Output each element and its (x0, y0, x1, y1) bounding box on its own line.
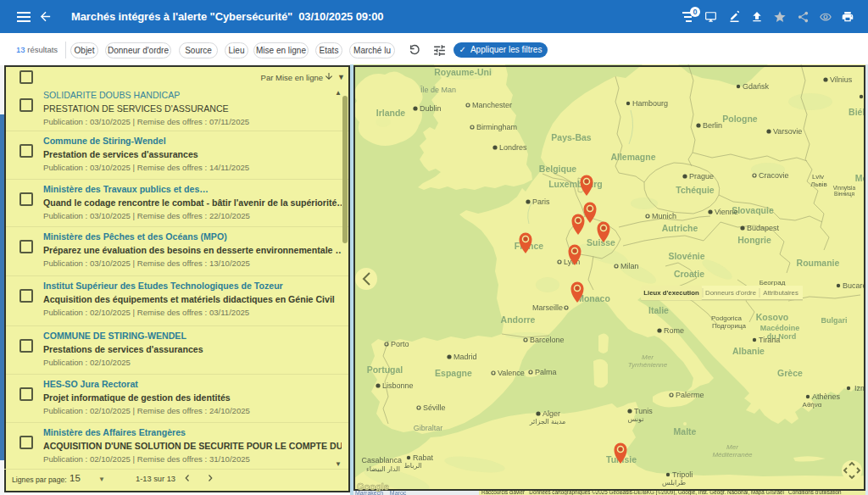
svg-text:طرابلس: طرابلس (662, 479, 686, 487)
svg-text:Slovénie: Slovénie (668, 251, 704, 261)
svg-text:Milan: Milan (620, 262, 639, 270)
svg-text:Grèce: Grèce (777, 368, 803, 378)
svg-text:Подгорица: Подгорица (712, 322, 746, 330)
svg-text:Athènes: Athènes (812, 392, 841, 401)
svg-text:Méditerranée: Méditerranée (712, 451, 753, 459)
svg-text:Alger: Alger (542, 409, 560, 418)
svg-text:Londres: Londres (499, 143, 527, 152)
svg-text:Gdańsk: Gdańsk (743, 82, 770, 91)
svg-text:Bulgari: Bulgari (821, 316, 847, 325)
svg-text:Varsovie: Varsovie (773, 127, 802, 136)
svg-text:Barcelone: Barcelone (530, 336, 565, 344)
svg-text:Mer: Mer (642, 353, 654, 361)
svg-text:Malte: Malte (674, 426, 697, 437)
svg-text:Gibraltar: Gibraltar (414, 424, 443, 432)
svg-text:Rome: Rome (664, 326, 684, 335)
svg-text:Mer: Mer (726, 443, 738, 451)
svg-text:Pologne: Pologne (722, 114, 758, 124)
svg-text:Lieux d'execution: Lieux d'execution (643, 289, 699, 297)
svg-text:Roumanie: Roumanie (797, 258, 840, 268)
svg-text:Tyrrhénienne: Tyrrhénienne (628, 361, 668, 369)
svg-text:Tripoli: Tripoli (672, 470, 693, 479)
svg-text:Espagne: Espagne (435, 368, 472, 378)
svg-text:Italie: Italie (648, 305, 669, 315)
svg-text:Cracovie: Cracovie (759, 171, 789, 180)
svg-text:Hongrie: Hongrie (737, 235, 771, 245)
svg-text:Donneurs d'ordre: Donneurs d'ordre (705, 289, 756, 297)
svg-text:Valence: Valence (498, 369, 525, 377)
svg-text:Luxembourg: Luxembourg (548, 179, 603, 189)
svg-text:Raccourcis clavier Données c: Raccourcis clavier Données cartographiqu… (481, 489, 842, 495)
svg-text:Macédoine: Macédoine (760, 324, 800, 332)
svg-text:0: 0 (693, 8, 697, 16)
svg-text:Lisbonne: Lisbonne (382, 381, 414, 390)
svg-text:Vienne: Vienne (715, 208, 738, 216)
svg-text:Croatie: Croatie (674, 269, 704, 279)
svg-text:Kosovo: Kosovo (756, 312, 789, 322)
svg-text:Portugal: Portugal (367, 364, 403, 375)
svg-text:Львів: Львів (810, 181, 827, 188)
svg-text:Autriche: Autriche (662, 223, 698, 233)
svg-text:Marseille: Marseille (532, 303, 563, 312)
svg-text:Tunis: Tunis (634, 407, 653, 415)
svg-text:Berlin: Berlin (703, 121, 722, 130)
svg-text:Budapest: Budapest (747, 224, 780, 232)
svg-text:Porto: Porto (391, 340, 409, 348)
svg-text:الدار البيضاء: الدار البيضاء (366, 465, 400, 473)
svg-text:Île de Man: Île de Man (420, 86, 456, 94)
svg-text:Munich: Munich (652, 212, 676, 220)
svg-text:Tirana: Tirana (759, 336, 780, 344)
svg-text:Paris: Paris (532, 197, 550, 206)
svg-text:Podgorica: Podgorica (711, 314, 743, 322)
svg-text:Vilnius: Vilnius (830, 75, 853, 84)
svg-text:Andorre: Andorre (501, 314, 536, 325)
svg-text:Albanie: Albanie (732, 346, 765, 356)
svg-text:Rabat: Rabat (413, 453, 434, 462)
svg-text:Lviv: Lviv (812, 173, 824, 181)
svg-text:Вінниця: Вінниця (834, 191, 854, 197)
svg-text:Manchester: Manchester (472, 101, 512, 109)
svg-text:Marrakech Maroc: Marrakech Maroc (355, 490, 407, 495)
svg-text:Palma: Palma (535, 368, 557, 376)
svg-text:Birmingham: Birmingham (476, 123, 517, 131)
svg-text:Royaume-Uni: Royaume-Uni (434, 67, 492, 77)
svg-text:Belgique: Belgique (539, 164, 576, 174)
svg-text:مدينة الجزائر: مدينة الجزائر (529, 418, 566, 425)
svg-text:Αθήνα: Αθήνα (803, 401, 822, 409)
svg-text:Tchéquie: Tchéquie (676, 185, 714, 195)
svg-text:Irlande: Irlande (376, 108, 406, 118)
svg-text:Allemagne: Allemagne (610, 152, 655, 162)
svg-text:Pays-Bas: Pays-Bas (551, 132, 591, 142)
svg-text:الرباط: الرباط (403, 462, 421, 470)
svg-text:Dublin: Dublin (420, 104, 442, 113)
svg-text:Prague: Prague (689, 172, 714, 181)
svg-text:Séville: Séville (423, 403, 446, 412)
svg-text:Casablanca: Casablanca (361, 456, 402, 464)
svg-text:Palerme: Palerme (676, 391, 704, 399)
svg-text:Madrid: Madrid (453, 353, 477, 361)
svg-text:تونس: تونس (628, 415, 644, 423)
svg-text:Attributaires: Attributaires (763, 289, 798, 297)
svg-text:Београд: Београд (760, 279, 786, 286)
svg-text:Hambourg: Hambourg (632, 99, 668, 108)
